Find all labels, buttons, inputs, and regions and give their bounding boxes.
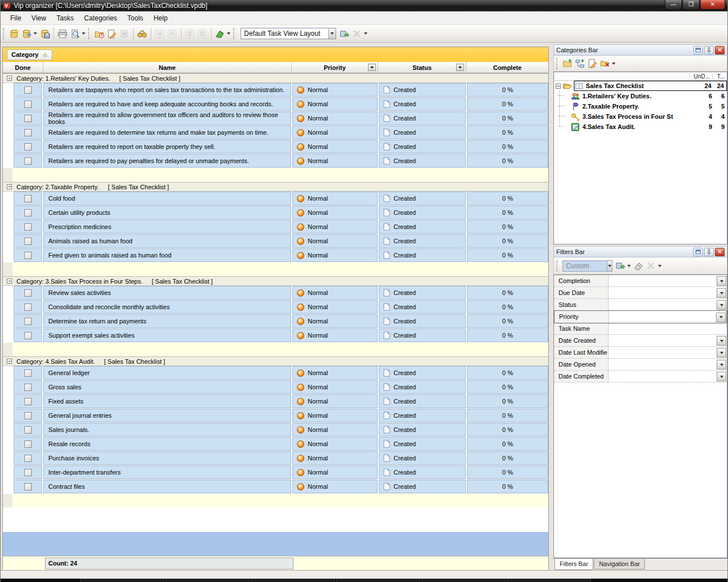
column-header-priority[interactable]: Priority: [292, 62, 378, 73]
task-name-cell[interactable]: Retailers are required to have and keep …: [43, 97, 291, 111]
task-done-checkbox[interactable]: [24, 398, 32, 405]
task-priority-cell[interactable]: Normal: [292, 111, 378, 125]
menu-view[interactable]: View: [26, 13, 51, 24]
task-status-cell[interactable]: Created: [379, 409, 466, 422]
task-row[interactable]: Purchase invoicesNormalCreated0 %: [3, 451, 548, 465]
task-row[interactable]: Retailers are required to have and keep …: [3, 97, 548, 111]
taskbar-item[interactable]: [336, 579, 420, 582]
task-done-checkbox[interactable]: [24, 384, 32, 391]
task-status-cell[interactable]: Created: [379, 300, 466, 314]
group-header[interactable]: Category: 2.Taxable Property.[ Sales Tax…: [3, 182, 548, 192]
task-complete-cell[interactable]: 0 %: [467, 140, 548, 153]
filter-value-field[interactable]: [609, 335, 717, 346]
task-status-cell[interactable]: Created: [379, 423, 466, 436]
task-name-cell[interactable]: Retailers are taxpayers who report on sa…: [43, 83, 291, 97]
filter-row-date-created[interactable]: Date Created: [554, 335, 727, 347]
task-row[interactable]: Cold foodNormalCreated0 %: [3, 192, 548, 206]
column-header-status[interactable]: Status: [378, 62, 466, 73]
filter-row-completion[interactable]: Completion: [554, 275, 727, 287]
task-status-cell[interactable]: Created: [379, 126, 466, 139]
task-priority-cell[interactable]: Normal: [292, 206, 378, 219]
tree-item[interactable]: 2.Taxable Property.55: [554, 101, 727, 111]
task-complete-cell[interactable]: 0 %: [467, 423, 548, 436]
taskbar-item[interactable]: [421, 579, 506, 582]
task-complete-cell[interactable]: 0 %: [467, 394, 548, 408]
task-name-cell[interactable]: Review sales activities: [43, 286, 291, 300]
tree-item[interactable]: 1.Retailers' Key Duties.66: [554, 91, 727, 101]
task-name-cell[interactable]: Determine tax return and payments: [43, 314, 291, 328]
task-priority-cell[interactable]: Normal: [292, 248, 378, 262]
task-priority-cell[interactable]: Normal: [292, 300, 378, 314]
task-name-cell[interactable]: Certain utility products: [43, 206, 291, 219]
task-status-cell[interactable]: Created: [379, 154, 466, 168]
task-done-checkbox[interactable]: [24, 426, 32, 434]
filters-restore-panel-icon[interactable]: [693, 248, 703, 256]
task-name-cell[interactable]: Prescription medicines: [43, 220, 291, 234]
column-filter-icon[interactable]: [368, 64, 376, 71]
filter-value-field[interactable]: [609, 287, 717, 298]
task-complete-cell[interactable]: 0 %: [467, 437, 548, 451]
filter-dropdown-icon[interactable]: [717, 300, 726, 310]
menu-tasks[interactable]: Tasks: [51, 13, 79, 24]
print-icon[interactable]: [57, 28, 68, 39]
task-name-cell[interactable]: Retailers are required to report on taxa…: [43, 140, 291, 153]
task-done-checkbox[interactable]: [24, 129, 32, 136]
column-header-complete[interactable]: Complete: [466, 62, 548, 73]
filter-value-field[interactable]: [609, 275, 717, 286]
task-priority-cell[interactable]: Normal: [292, 451, 378, 465]
task-row[interactable]: Sales journals.NormalCreated0 %: [3, 423, 548, 437]
task-row[interactable]: Animals raised as human foodNormalCreate…: [3, 234, 548, 248]
task-status-cell[interactable]: Created: [379, 366, 466, 380]
dropdown-caret-icon[interactable]: [612, 63, 615, 65]
dropdown-caret-icon[interactable]: [627, 265, 631, 267]
dropdown-caret-icon[interactable]: [364, 32, 367, 35]
move-up-icon[interactable]: [167, 28, 178, 39]
tree-col-total[interactable]: T...: [712, 73, 727, 80]
task-priority-cell[interactable]: Normal: [292, 423, 378, 436]
filters-close-icon[interactable]: ✕: [715, 248, 725, 256]
task-status-cell[interactable]: Created: [379, 329, 466, 342]
save-database-icon[interactable]: [39, 28, 51, 39]
task-name-cell[interactable]: Purchase invoices: [43, 451, 291, 465]
task-done-checkbox[interactable]: [24, 332, 32, 339]
dropdown-caret-icon[interactable]: [82, 32, 85, 35]
task-done-checkbox[interactable]: [24, 223, 32, 231]
filter-value-field[interactable]: [609, 371, 717, 382]
minimize-button[interactable]: —: [665, 0, 682, 10]
filter-value-field[interactable]: [609, 347, 717, 358]
task-done-checkbox[interactable]: [24, 469, 32, 476]
task-row[interactable]: Retailers are required to allow governme…: [3, 111, 548, 126]
task-name-cell[interactable]: Gross sales: [43, 380, 291, 394]
tree-col-undone[interactable]: UnD...: [689, 73, 712, 80]
task-priority-cell[interactable]: Normal: [292, 380, 378, 394]
filter-row-priority[interactable]: Priority: [554, 310, 727, 323]
tree-collapse-icon[interactable]: [556, 84, 561, 89]
filter-dropdown-icon[interactable]: [717, 360, 726, 369]
task-row[interactable]: Review sales activitiesNormalCreated0 %: [3, 286, 548, 300]
task-status-cell[interactable]: Created: [379, 140, 466, 153]
task-row[interactable]: Determine tax return and paymentsNormalC…: [3, 314, 548, 329]
categories-close-icon[interactable]: ✕: [715, 46, 725, 55]
task-done-checkbox[interactable]: [24, 483, 32, 490]
task-status-cell[interactable]: Created: [379, 380, 466, 394]
task-status-cell[interactable]: Created: [379, 234, 466, 248]
task-name-cell[interactable]: General ledger: [43, 366, 291, 380]
task-view-layout-combo[interactable]: Default Task View Layout: [241, 28, 336, 39]
task-complete-cell[interactable]: 0 %: [467, 329, 548, 342]
collapse-group-icon[interactable]: [7, 76, 12, 81]
filter-value-field[interactable]: [609, 359, 717, 370]
task-complete-cell[interactable]: 0 %: [467, 451, 548, 465]
task-priority-cell[interactable]: Normal: [292, 154, 378, 168]
print-preview-icon[interactable]: [69, 28, 81, 39]
task-name-cell[interactable]: Feed given to animals raised as human fo…: [43, 248, 291, 262]
task-row[interactable]: Feed given to animals raised as human fo…: [3, 248, 548, 263]
task-done-checkbox[interactable]: [24, 412, 32, 419]
task-status-cell[interactable]: Created: [379, 437, 466, 451]
task-status-cell[interactable]: Created: [379, 97, 466, 111]
collapse-group-icon[interactable]: [7, 359, 12, 364]
task-done-checkbox[interactable]: [24, 318, 32, 325]
tab-filters-bar[interactable]: Filters Bar: [555, 559, 593, 570]
task-status-cell[interactable]: Created: [379, 451, 466, 465]
find-icon[interactable]: [136, 28, 148, 39]
task-name-cell[interactable]: Retailers are required to determine tax …: [43, 126, 291, 139]
